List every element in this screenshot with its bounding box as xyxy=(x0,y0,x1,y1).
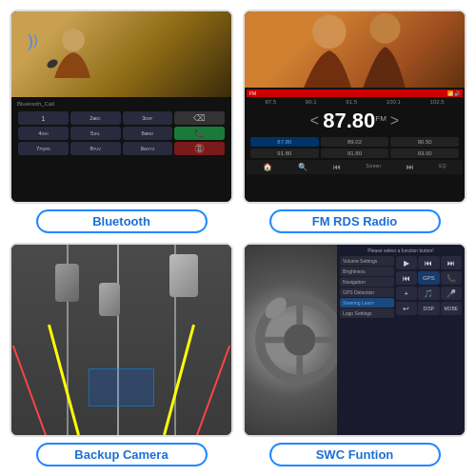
swc-buttons-row3: + 🎵 🎤 xyxy=(396,287,462,300)
key-3[interactable]: 3DEF xyxy=(123,111,173,125)
prev-icon[interactable]: ⏮ xyxy=(333,163,341,171)
backup-camera-cell: Backup Camera xyxy=(10,243,233,466)
swc-back-btn[interactable]: ↩ xyxy=(396,302,417,315)
swc-buttons-row4: ↩ DISP MOBE xyxy=(396,302,462,315)
driver-photo: ) ) xyxy=(11,11,231,97)
sidebar-steering-learn[interactable]: Steering Learn xyxy=(340,298,394,307)
swc-phone-btn[interactable]: 📞 xyxy=(441,271,462,285)
feature-grid: ) ) Bluetooth_Call 1 2ABC 3DEF ⌫ 4GHI 5J… xyxy=(10,10,466,466)
key-5[interactable]: 5JKL xyxy=(70,127,121,140)
key-6[interactable]: 6MNO xyxy=(123,127,173,140)
swc-next-btn[interactable]: ⏭ xyxy=(441,256,462,269)
swc-prev-btn[interactable]: ⏮ xyxy=(418,256,439,269)
fm-prev-arrow[interactable]: < xyxy=(310,112,319,129)
key-8[interactable]: 8TUV xyxy=(70,142,121,155)
fm-preset-4[interactable]: 91.80 xyxy=(250,149,319,158)
fm-preset-1[interactable]: 87.80 xyxy=(250,137,319,147)
svg-point-0 xyxy=(62,29,85,51)
fm-preset-6[interactable]: 93.00 xyxy=(390,149,459,158)
safe-zone-indicator xyxy=(89,368,154,407)
fm-radio-label: FM RDS Radio xyxy=(269,209,441,233)
call-status: Bluetooth_Call xyxy=(14,100,228,108)
swc-prev2-btn[interactable]: ⏮ xyxy=(396,271,417,285)
swc-play-btn[interactable]: ▶ xyxy=(396,256,417,269)
fm-radio-cell: FM 📶 🔊 87.5 90.1 91.5 100.1 102.5 < 87.8… xyxy=(243,10,466,233)
parked-car-2 xyxy=(169,254,198,297)
swc-screen: Please select a function button! Volume … xyxy=(243,243,466,437)
swc-instruction: Please select a function button! xyxy=(340,248,462,253)
svg-point-5 xyxy=(370,13,401,44)
fm-band-label: FM xyxy=(249,90,256,96)
keypad: 1 2ABC 3DEF ⌫ 4GHI 5JKL 6MNO 📞 7PQRS 8TU… xyxy=(14,108,228,159)
fm-preset-3[interactable]: 90.50 xyxy=(390,137,459,147)
sidebar-brightness[interactable]: Brightness xyxy=(340,267,394,276)
fm-signal-icons: 📶 🔊 xyxy=(447,90,460,96)
screen-label[interactable]: Screen xyxy=(366,163,381,171)
sidebar-logo[interactable]: Logo Settings xyxy=(340,308,394,318)
fm-top-bar: FM 📶 🔊 xyxy=(247,89,463,97)
fm-preset-2[interactable]: 89.02 xyxy=(321,137,389,147)
fm-main-display: < 87.80 FM > xyxy=(247,107,463,135)
passengers-silhouette xyxy=(245,11,465,88)
key-9[interactable]: 9WXYZ xyxy=(123,142,173,155)
sidebar-volume[interactable]: Volume Settings xyxy=(340,256,394,266)
swc-layout: Volume Settings Brightness Navigation GP… xyxy=(340,256,462,429)
svg-text:): ) xyxy=(28,31,33,50)
home-icon[interactable]: 🏠 xyxy=(263,163,272,171)
swc-mic-btn[interactable]: 🎤 xyxy=(441,287,462,300)
search-icon[interactable]: 🔍 xyxy=(298,163,307,171)
key-end[interactable]: 📵 xyxy=(174,142,225,155)
parked-car-1 xyxy=(55,264,79,302)
center-line xyxy=(117,245,119,435)
swc-settings-panel: Please select a function button! Volume … xyxy=(337,245,465,435)
fm-screen: FM 📶 🔊 87.5 90.1 91.5 100.1 102.5 < 87.8… xyxy=(243,10,466,204)
swc-button-grid: ▶ ⏮ ⏭ ⏮ GPS 📞 + 🎵 🎤 xyxy=(396,256,462,429)
camera-view xyxy=(11,245,231,435)
swc-buttons-row1: ▶ ⏮ ⏭ xyxy=(396,256,462,269)
swc-vol-up-btn[interactable]: + xyxy=(396,287,417,300)
eq-label[interactable]: EQ xyxy=(439,163,446,171)
svg-text:): ) xyxy=(33,32,38,48)
key-7[interactable]: 7PQRS xyxy=(18,142,69,155)
swc-gps-btn[interactable]: GPS xyxy=(418,271,439,285)
key-4[interactable]: 4GHI xyxy=(18,127,69,140)
sidebar-gps[interactable]: GPS Detection xyxy=(340,288,394,297)
key-2[interactable]: 2ABC xyxy=(70,111,121,125)
swc-sidebar: Volume Settings Brightness Navigation GP… xyxy=(340,256,394,429)
backup-camera-label: Backup Camera xyxy=(36,443,208,466)
swc-cell: Please select a function button! Volume … xyxy=(243,243,466,466)
swc-music-btn[interactable]: 🎵 xyxy=(418,287,439,300)
key-1[interactable]: 1 xyxy=(18,111,69,125)
fm-unit: FM xyxy=(375,114,387,123)
key-backspace[interactable]: ⌫ xyxy=(174,111,225,125)
fm-presets: 87.80 89.02 90.50 91.80 91.80 93.00 xyxy=(247,135,463,160)
fm-next-arrow[interactable]: > xyxy=(390,112,399,129)
camera-screen xyxy=(10,243,233,437)
sidebar-navigation[interactable]: Navigation xyxy=(340,277,394,287)
passengers-photo xyxy=(245,11,465,88)
swc-label: SWC Funtion xyxy=(269,443,441,466)
road-surface xyxy=(11,245,231,435)
fm-frequency-scale: 87.5 90.1 91.5 100.1 102.5 xyxy=(247,97,463,107)
fm-bottom-bar: 🏠 🔍 ⏮ Screen ⏭ EQ xyxy=(247,160,463,174)
swc-mobe-btn[interactable]: MOBE xyxy=(441,302,462,315)
bluetooth-screen: ) ) Bluetooth_Call 1 2ABC 3DEF ⌫ 4GHI 5J… xyxy=(10,10,233,204)
fm-frequency-display: 87.80 FM xyxy=(323,110,387,131)
svg-point-7 xyxy=(284,324,315,355)
swc-disp-btn[interactable]: DISP xyxy=(418,302,439,315)
bluetooth-label: Bluetooth xyxy=(36,209,208,233)
driver-silhouette: ) ) xyxy=(26,26,102,83)
next-icon[interactable]: ⏭ xyxy=(407,163,414,171)
key-call[interactable]: 📞 xyxy=(174,127,225,140)
parked-car-3 xyxy=(99,283,120,316)
svg-point-1 xyxy=(46,58,59,70)
svg-point-4 xyxy=(312,15,347,50)
swc-buttons-row2: ⏮ GPS 📞 xyxy=(396,271,462,285)
fm-photo xyxy=(245,11,465,88)
fm-current-frequency: 87.80 xyxy=(323,110,375,131)
fm-preset-5[interactable]: 91.80 xyxy=(321,149,389,158)
bluetooth-photo: ) ) xyxy=(11,11,231,97)
bluetooth-cell: ) ) Bluetooth_Call 1 2ABC 3DEF ⌫ 4GHI 5J… xyxy=(10,10,233,233)
